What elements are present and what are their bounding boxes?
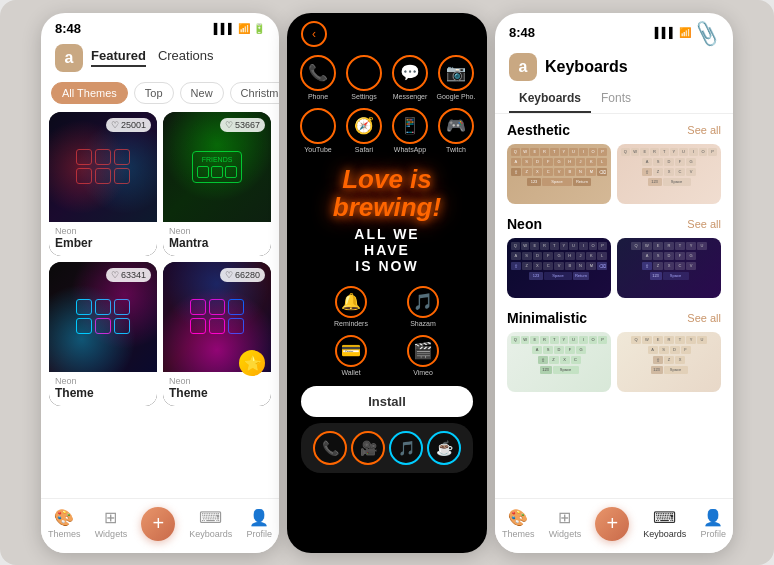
reminders-icon: 🔔 [335,286,367,318]
theme-label-4: Neon Theme [163,372,271,406]
theme-card-4[interactable]: ♡66280 ⭐ Neon Theme [163,262,271,406]
phone-label: Phone [308,93,328,100]
twitch-icon: 🎮 [438,108,474,144]
nav-themes-right[interactable]: 🎨 Themes [502,508,535,539]
app-reminders[interactable]: 🔔 Reminders [317,286,385,327]
right-title: Keyboards [545,58,628,76]
neon-previews: QWERTYUIOP ASDFGHJKL ⇧ ZXCVBNM ⌫ 123 S [507,238,721,298]
minimalistic-preview-1[interactable]: Q W E R T Y U I O P A [507,332,611,392]
status-bar-left: 8:48 ▌▌▌ 📶 🔋 [41,13,279,40]
filter-new[interactable]: New [180,82,224,104]
theme-label-ember: Neon Ember [49,222,157,256]
aesthetic-preview-2[interactable]: Q W E R T Y U I O P A [617,144,721,204]
safari-label: Safari [355,146,373,153]
filter-christmas[interactable]: Christmas [230,82,279,104]
nav-profile-label: Profile [246,529,272,539]
messenger-label: Messenger [393,93,428,100]
app-safari[interactable]: 🧭 Safari [343,108,385,153]
nav-profile-left[interactable]: 👤 Profile [246,508,272,539]
app-logo-right: a [509,53,537,81]
left-header: a Featured Creations [41,40,279,78]
app-google-photos[interactable]: 📷 Google Pho. [435,55,477,100]
theme-card-ember[interactable]: ♡25001 Neon Ember [49,112,157,256]
neon-sub-text: ALL WEHAVEIS NOW [301,226,473,274]
minimalistic-preview-2[interactable]: Q W E R T Y U A S D F [617,332,721,392]
icons-row-4: 💳 Wallet 🎬 Vimeo [287,331,487,380]
messenger-icon: 💬 [392,55,428,91]
wifi-icon-right: 📶 [679,27,691,38]
tab-creations[interactable]: Creations [158,48,214,67]
neon-text-section: Love isbrewing! ALL WEHAVEIS NOW [287,157,487,282]
nav-add-button-left[interactable]: + [141,507,175,541]
nav-widgets-label-right: Widgets [549,529,582,539]
theme-label-3: Neon Theme [49,372,157,406]
filter-bar: All Themes Top New Christmas [41,78,279,112]
themes-grid: ♡25001 Neon Ember FRIENDS [41,112,279,406]
dock-coffee[interactable]: ☕ [427,431,461,465]
themes-icon: 🎨 [54,508,74,527]
dock-music[interactable]: 🎵 [389,431,423,465]
nav-themes-left[interactable]: 🎨 Themes [48,508,81,539]
right-screen: 8:48 ▌▌▌ 📶 📎 a Keyboards Keyboards Fonts… [495,13,733,553]
back-button[interactable]: ‹ [301,21,327,47]
bottom-nav-right: 🎨 Themes ⊞ Widgets + ⌨ Keyboards 👤 Profi… [495,498,733,553]
signal-icon: ▌▌▌ [214,23,235,34]
youtube-icon: ▶ [300,108,336,144]
left-screen: 8:48 ▌▌▌ 📶 🔋 a Featured Creations All Th… [41,13,279,553]
like-badge-4: ♡66280 [220,268,265,282]
youtube-label: YouTube [304,146,332,153]
nav-keyboards-right[interactable]: ⌨ Keyboards [643,508,686,539]
neon-preview-2[interactable]: QWERTYU ASDFG ⇧ ZXCV 123 Space [617,238,721,298]
app-phone[interactable]: 📞 Phone [297,55,339,100]
tab-featured[interactable]: Featured [91,48,146,67]
neon-title: Neon [507,216,542,232]
middle-screen: ‹ 📞 Phone ⚙ Settings 💬 Messenger 📷 Googl… [287,13,487,553]
safari-icon: 🧭 [346,108,382,144]
signal-icon-right: ▌▌▌ [655,27,676,38]
neon-see-all[interactable]: See all [687,218,721,230]
app-settings[interactable]: ⚙ Settings [343,55,385,100]
tab-fonts[interactable]: Fonts [591,87,641,113]
filter-all-themes[interactable]: All Themes [51,82,128,104]
nav-widgets-right[interactable]: ⊞ Widgets [549,508,582,539]
dock-video[interactable]: 🎥 [351,431,385,465]
aesthetic-preview-1[interactable]: Q W E R T Y U I O P A [507,144,611,204]
status-bar-right: 8:48 ▌▌▌ 📶 📎 [495,13,733,49]
theme-label-mantra: Neon Mantra [163,222,271,256]
tab-keyboards[interactable]: Keyboards [509,87,591,113]
theme-card-mantra[interactable]: FRIENDS ♡53667 Neon Mantra [163,112,271,256]
nav-widgets-left[interactable]: ⊞ Widgets [95,508,128,539]
section-neon: Neon See all QWERTYUIOP ASDFGHJKL ⇧ Z [495,208,733,302]
settings-icon: ⚙ [346,55,382,91]
filter-top[interactable]: Top [134,82,174,104]
aesthetic-see-all[interactable]: See all [687,124,721,136]
status-icons-right: ▌▌▌ 📶 📎 [655,21,719,45]
nav-profile-right[interactable]: 👤 Profile [700,508,726,539]
like-badge-ember: ♡25001 [106,118,151,132]
time-left: 8:48 [55,21,81,36]
screens-container: 8:48 ▌▌▌ 📶 🔋 a Featured Creations All Th… [0,0,774,565]
app-shazam[interactable]: 🎵 Shazam [389,286,457,327]
app-youtube[interactable]: ▶ YouTube [297,108,339,153]
app-vimeo[interactable]: 🎬 Vimeo [389,335,457,376]
nav-keyboards-left[interactable]: ⌨ Keyboards [189,508,232,539]
app-messenger[interactable]: 💬 Messenger [389,55,431,100]
shazam-label: Shazam [410,320,436,327]
minimalistic-previews: Q W E R T Y U I O P A [507,332,721,392]
keyboards-icon: ⌨ [199,508,222,527]
app-twitch[interactable]: 🎮 Twitch [435,108,477,153]
app-wallet[interactable]: 💳 Wallet [317,335,385,376]
star-badge: ⭐ [239,350,265,376]
vimeo-label: Vimeo [413,369,433,376]
app-whatsapp[interactable]: 📱 WhatsApp [389,108,431,153]
theme-card-3[interactable]: ♡63341 Neon Theme [49,262,157,406]
install-button[interactable]: Install [301,386,473,417]
nav-add-button-right[interactable]: + [595,507,629,541]
header-tabs: Featured Creations [91,48,214,67]
settings-label: Settings [351,93,376,100]
status-icons-left: ▌▌▌ 📶 🔋 [214,23,265,34]
dock-phone[interactable]: 📞 [313,431,347,465]
neon-preview-1[interactable]: QWERTYUIOP ASDFGHJKL ⇧ ZXCVBNM ⌫ 123 S [507,238,611,298]
minimalistic-see-all[interactable]: See all [687,312,721,324]
nav-themes-label-right: Themes [502,529,535,539]
